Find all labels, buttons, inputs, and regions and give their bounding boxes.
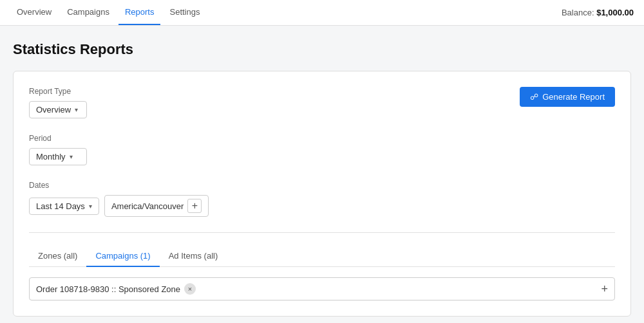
top-nav: Overview Campaigns Reports Settings Bala… <box>0 0 644 26</box>
main-card: Report Type Overview ▾ ☍ Generate Report… <box>13 71 631 317</box>
timezone-value: America/Vancouver <box>111 201 184 211</box>
dates-row: Last 14 Days ▾ America/Vancouver + <box>29 195 615 217</box>
page-content: Statistics Reports Report Type Overview … <box>0 26 644 323</box>
nav-tab-settings[interactable]: Settings <box>163 0 206 25</box>
report-type-label: Report Type <box>29 87 87 96</box>
dates-range-dropdown[interactable]: Last 14 Days ▾ <box>29 198 99 215</box>
campaign-tag-row: Order 108718-9830 :: Sponsored Zone × + <box>29 277 615 300</box>
timezone-plus-icon: + <box>187 199 202 213</box>
report-type-dropdown[interactable]: Overview ▾ <box>29 101 87 118</box>
period-label: Period <box>29 134 615 143</box>
balance-value: $1,000.00 <box>596 8 634 17</box>
add-campaign-plus-icon[interactable]: + <box>601 282 608 296</box>
page-title: Statistics Reports <box>13 41 631 58</box>
dates-chevron-icon: ▾ <box>89 203 92 210</box>
generate-btn-label: Generate Report <box>542 92 605 102</box>
balance-display: Balance: $1,000.00 <box>562 8 634 17</box>
divider <box>29 232 615 233</box>
period-chevron-icon: ▾ <box>70 153 73 160</box>
report-type-value: Overview <box>36 105 71 115</box>
period-dropdown[interactable]: Monthly ▾ <box>29 148 87 165</box>
tab-campaigns[interactable]: Campaigns (1) <box>86 246 159 267</box>
nav-tabs: Overview Campaigns Reports Settings <box>10 0 206 25</box>
report-type-chevron-icon: ▾ <box>75 106 78 113</box>
filter-tabs-row: Zones (all) Campaigns (1) Ad Items (all) <box>29 246 615 267</box>
dates-section: Dates Last 14 Days ▾ America/Vancouver + <box>29 181 615 217</box>
period-value: Monthly <box>36 152 66 162</box>
nav-tab-overview[interactable]: Overview <box>10 0 58 25</box>
nav-tab-campaigns[interactable]: Campaigns <box>61 0 116 25</box>
generate-report-button[interactable]: ☍ Generate Report <box>520 87 615 107</box>
tag-left: Order 108718-9830 :: Sponsored Zone × <box>36 283 196 295</box>
tab-ad-items[interactable]: Ad Items (all) <box>160 246 227 267</box>
period-section: Period Monthly ▾ <box>29 134 615 165</box>
dates-label: Dates <box>29 181 615 190</box>
chart-icon: ☍ <box>530 92 538 102</box>
campaign-tag-close-button[interactable]: × <box>184 283 196 295</box>
timezone-button[interactable]: America/Vancouver + <box>104 195 209 217</box>
report-type-section: Report Type Overview ▾ <box>29 87 87 118</box>
nav-tab-reports[interactable]: Reports <box>118 0 161 25</box>
dates-range-value: Last 14 Days <box>36 201 85 211</box>
campaign-tag-text: Order 108718-9830 :: Sponsored Zone <box>36 284 180 294</box>
balance-label: Balance: <box>562 8 594 17</box>
card-header-row: Report Type Overview ▾ ☍ Generate Report <box>29 87 615 134</box>
tab-zones[interactable]: Zones (all) <box>29 246 86 267</box>
